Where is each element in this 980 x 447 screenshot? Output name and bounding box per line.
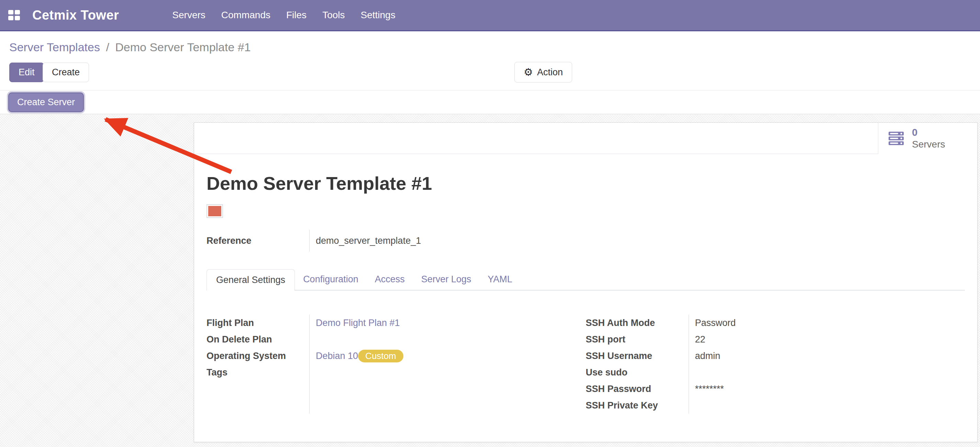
- servers-count-label: Servers: [912, 139, 945, 150]
- on-delete-plan-label: On Delete Plan: [207, 331, 309, 348]
- ssh-username-label: SSH Username: [586, 348, 689, 364]
- use-sudo-value: [695, 364, 965, 381]
- content-area: 0 Servers Demo Server Template #1 Refere…: [0, 114, 980, 447]
- reference-label: Reference: [207, 236, 309, 246]
- ssh-auth-mode-value: Password: [695, 314, 965, 331]
- servers-stat-button[interactable]: 0 Servers: [878, 123, 977, 154]
- notebook-tabs: General Settings Configuration Access Se…: [207, 269, 965, 291]
- servers-count: 0: [912, 126, 945, 139]
- brand-title[interactable]: Cetmix Tower: [32, 8, 119, 23]
- tab-general-settings[interactable]: General Settings: [207, 269, 295, 291]
- menu-servers[interactable]: Servers: [172, 10, 205, 21]
- control-panel: Server Templates / Demo Server Template …: [0, 32, 980, 90]
- action-button-label: Action: [537, 67, 563, 78]
- ssh-password-value: ********: [695, 381, 965, 397]
- menu-files[interactable]: Files: [286, 10, 307, 21]
- action-button[interactable]: ⚙ Action: [514, 62, 572, 83]
- edit-button[interactable]: Edit: [9, 62, 44, 82]
- app-window: Cetmix Tower Servers Commands Files Tool…: [0, 0, 980, 447]
- menu-tools[interactable]: Tools: [322, 10, 345, 21]
- tags-label: Tags: [207, 364, 309, 381]
- breadcrumb-parent-link[interactable]: Server Templates: [9, 41, 100, 54]
- tab-configuration[interactable]: Configuration: [295, 269, 367, 290]
- color-swatch[interactable]: [207, 204, 223, 218]
- main-menu: Servers Commands Files Tools Settings: [172, 10, 395, 21]
- sheet-body: Demo Server Template #1 Reference demo_s…: [194, 172, 977, 413]
- apps-grid-icon[interactable]: [8, 10, 20, 20]
- field-group-left: Flight Plan On Delete Plan Operating Sys…: [207, 314, 586, 413]
- record-title: Demo Server Template #1: [207, 172, 965, 194]
- create-button[interactable]: Create: [43, 62, 89, 82]
- breadcrumb: Server Templates / Demo Server Template …: [9, 41, 251, 54]
- on-delete-plan-value: [316, 331, 586, 348]
- operating-system-label: Operating System: [207, 348, 309, 364]
- field-group-right: SSH Auth Mode SSH port SSH Username Use …: [586, 314, 965, 413]
- create-server-button[interactable]: Create Server: [8, 93, 84, 112]
- ssh-username-value: admin: [695, 348, 965, 364]
- tab-yaml[interactable]: YAML: [479, 269, 520, 290]
- server-rack-icon: [889, 132, 904, 145]
- ssh-auth-mode-label: SSH Auth Mode: [586, 314, 689, 331]
- tab-access[interactable]: Access: [367, 269, 413, 290]
- button-box-row: 0 Servers: [194, 123, 977, 154]
- field-groups: Flight Plan On Delete Plan Operating Sys…: [207, 314, 965, 413]
- operating-system-value[interactable]: Debian 10: [316, 351, 358, 361]
- statusbar: Create Server: [0, 90, 980, 114]
- tab-server-logs[interactable]: Server Logs: [413, 269, 480, 290]
- form-sheet: 0 Servers Demo Server Template #1 Refere…: [194, 122, 978, 442]
- tag-custom[interactable]: Custom: [358, 350, 403, 362]
- menu-settings[interactable]: Settings: [361, 10, 396, 21]
- breadcrumb-separator: /: [103, 41, 112, 54]
- flight-plan-value[interactable]: Demo Flight Plan #1: [316, 318, 400, 328]
- ssh-port-value: 22: [695, 331, 965, 348]
- color-swatch-fill: [208, 206, 221, 216]
- ssh-private-key-value: [695, 397, 965, 413]
- reference-value: demo_server_template_1: [309, 230, 421, 252]
- gear-icon: ⚙: [524, 67, 533, 77]
- breadcrumb-current: Demo Server Template #1: [115, 41, 250, 54]
- menu-commands[interactable]: Commands: [221, 10, 270, 21]
- flight-plan-label: Flight Plan: [207, 314, 309, 331]
- top-navbar: Cetmix Tower Servers Commands Files Tool…: [0, 0, 980, 31]
- ssh-private-key-label: SSH Private Key: [586, 397, 689, 413]
- ssh-port-label: SSH port: [586, 331, 689, 348]
- use-sudo-label: Use sudo: [586, 364, 689, 381]
- ssh-password-label: SSH Password: [586, 381, 689, 397]
- reference-field-row: Reference demo_server_template_1: [207, 230, 965, 252]
